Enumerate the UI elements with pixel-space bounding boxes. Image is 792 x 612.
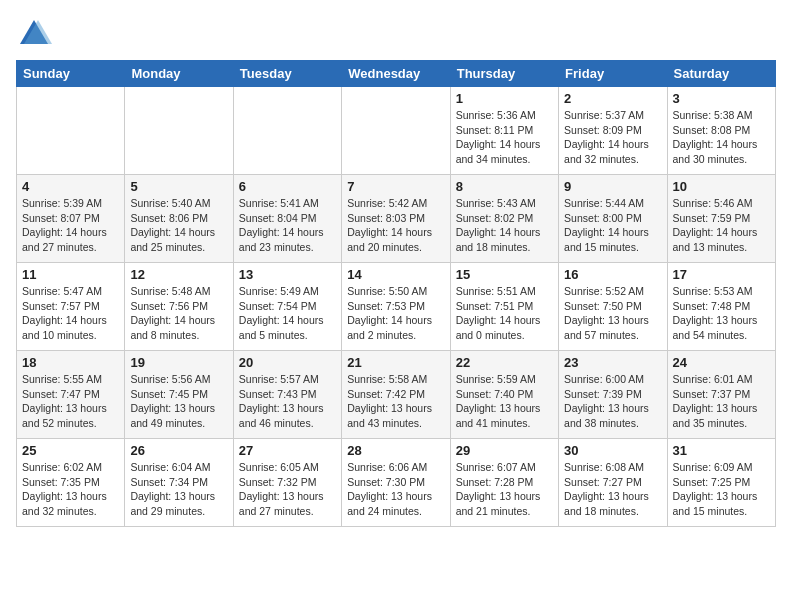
calendar-day-cell: 8Sunrise: 5:43 AM Sunset: 8:02 PM Daylig…: [450, 175, 558, 263]
day-info: Sunrise: 6:08 AM Sunset: 7:27 PM Dayligh…: [564, 460, 661, 519]
day-number: 7: [347, 179, 444, 194]
day-info: Sunrise: 6:01 AM Sunset: 7:37 PM Dayligh…: [673, 372, 770, 431]
day-number: 6: [239, 179, 336, 194]
calendar-day-cell: 15Sunrise: 5:51 AM Sunset: 7:51 PM Dayli…: [450, 263, 558, 351]
day-info: Sunrise: 5:55 AM Sunset: 7:47 PM Dayligh…: [22, 372, 119, 431]
day-info: Sunrise: 5:51 AM Sunset: 7:51 PM Dayligh…: [456, 284, 553, 343]
day-number: 17: [673, 267, 770, 282]
day-info: Sunrise: 5:40 AM Sunset: 8:06 PM Dayligh…: [130, 196, 227, 255]
calendar-day-cell: 30Sunrise: 6:08 AM Sunset: 7:27 PM Dayli…: [559, 439, 667, 527]
day-number: 22: [456, 355, 553, 370]
calendar-day-cell: 24Sunrise: 6:01 AM Sunset: 7:37 PM Dayli…: [667, 351, 775, 439]
weekday-header-monday: Monday: [125, 61, 233, 87]
day-number: 9: [564, 179, 661, 194]
day-info: Sunrise: 5:36 AM Sunset: 8:11 PM Dayligh…: [456, 108, 553, 167]
calendar-week-row: 4Sunrise: 5:39 AM Sunset: 8:07 PM Daylig…: [17, 175, 776, 263]
day-number: 28: [347, 443, 444, 458]
day-number: 31: [673, 443, 770, 458]
day-number: 27: [239, 443, 336, 458]
calendar-day-cell: 26Sunrise: 6:04 AM Sunset: 7:34 PM Dayli…: [125, 439, 233, 527]
calendar-day-cell: 29Sunrise: 6:07 AM Sunset: 7:28 PM Dayli…: [450, 439, 558, 527]
day-number: 12: [130, 267, 227, 282]
day-info: Sunrise: 5:50 AM Sunset: 7:53 PM Dayligh…: [347, 284, 444, 343]
day-info: Sunrise: 5:52 AM Sunset: 7:50 PM Dayligh…: [564, 284, 661, 343]
calendar-day-cell: 1Sunrise: 5:36 AM Sunset: 8:11 PM Daylig…: [450, 87, 558, 175]
calendar-day-cell: 18Sunrise: 5:55 AM Sunset: 7:47 PM Dayli…: [17, 351, 125, 439]
calendar-day-cell: [342, 87, 450, 175]
day-number: 18: [22, 355, 119, 370]
day-info: Sunrise: 5:43 AM Sunset: 8:02 PM Dayligh…: [456, 196, 553, 255]
calendar-day-cell: 2Sunrise: 5:37 AM Sunset: 8:09 PM Daylig…: [559, 87, 667, 175]
calendar-day-cell: [17, 87, 125, 175]
calendar-week-row: 18Sunrise: 5:55 AM Sunset: 7:47 PM Dayli…: [17, 351, 776, 439]
day-number: 14: [347, 267, 444, 282]
calendar-week-row: 25Sunrise: 6:02 AM Sunset: 7:35 PM Dayli…: [17, 439, 776, 527]
day-number: 29: [456, 443, 553, 458]
day-number: 3: [673, 91, 770, 106]
calendar-day-cell: 27Sunrise: 6:05 AM Sunset: 7:32 PM Dayli…: [233, 439, 341, 527]
day-number: 13: [239, 267, 336, 282]
day-number: 10: [673, 179, 770, 194]
day-number: 16: [564, 267, 661, 282]
logo-icon: [16, 16, 52, 52]
day-info: Sunrise: 5:37 AM Sunset: 8:09 PM Dayligh…: [564, 108, 661, 167]
day-number: 19: [130, 355, 227, 370]
calendar-day-cell: 12Sunrise: 5:48 AM Sunset: 7:56 PM Dayli…: [125, 263, 233, 351]
day-info: Sunrise: 5:57 AM Sunset: 7:43 PM Dayligh…: [239, 372, 336, 431]
calendar-week-row: 11Sunrise: 5:47 AM Sunset: 7:57 PM Dayli…: [17, 263, 776, 351]
day-info: Sunrise: 6:04 AM Sunset: 7:34 PM Dayligh…: [130, 460, 227, 519]
calendar-day-cell: 22Sunrise: 5:59 AM Sunset: 7:40 PM Dayli…: [450, 351, 558, 439]
day-info: Sunrise: 5:48 AM Sunset: 7:56 PM Dayligh…: [130, 284, 227, 343]
calendar-day-cell: 10Sunrise: 5:46 AM Sunset: 7:59 PM Dayli…: [667, 175, 775, 263]
calendar-day-cell: 28Sunrise: 6:06 AM Sunset: 7:30 PM Dayli…: [342, 439, 450, 527]
day-number: 4: [22, 179, 119, 194]
calendar-day-cell: 25Sunrise: 6:02 AM Sunset: 7:35 PM Dayli…: [17, 439, 125, 527]
calendar-day-cell: 23Sunrise: 6:00 AM Sunset: 7:39 PM Dayli…: [559, 351, 667, 439]
day-info: Sunrise: 6:02 AM Sunset: 7:35 PM Dayligh…: [22, 460, 119, 519]
weekday-header-thursday: Thursday: [450, 61, 558, 87]
day-number: 26: [130, 443, 227, 458]
day-number: 5: [130, 179, 227, 194]
day-info: Sunrise: 5:41 AM Sunset: 8:04 PM Dayligh…: [239, 196, 336, 255]
day-info: Sunrise: 5:56 AM Sunset: 7:45 PM Dayligh…: [130, 372, 227, 431]
day-info: Sunrise: 5:46 AM Sunset: 7:59 PM Dayligh…: [673, 196, 770, 255]
day-info: Sunrise: 6:00 AM Sunset: 7:39 PM Dayligh…: [564, 372, 661, 431]
day-info: Sunrise: 5:44 AM Sunset: 8:00 PM Dayligh…: [564, 196, 661, 255]
day-info: Sunrise: 5:42 AM Sunset: 8:03 PM Dayligh…: [347, 196, 444, 255]
calendar-day-cell: 17Sunrise: 5:53 AM Sunset: 7:48 PM Dayli…: [667, 263, 775, 351]
weekday-header-saturday: Saturday: [667, 61, 775, 87]
calendar-day-cell: 4Sunrise: 5:39 AM Sunset: 8:07 PM Daylig…: [17, 175, 125, 263]
calendar-day-cell: 13Sunrise: 5:49 AM Sunset: 7:54 PM Dayli…: [233, 263, 341, 351]
calendar-day-cell: [233, 87, 341, 175]
calendar-day-cell: 5Sunrise: 5:40 AM Sunset: 8:06 PM Daylig…: [125, 175, 233, 263]
day-number: 1: [456, 91, 553, 106]
calendar-day-cell: 11Sunrise: 5:47 AM Sunset: 7:57 PM Dayli…: [17, 263, 125, 351]
calendar-day-cell: 16Sunrise: 5:52 AM Sunset: 7:50 PM Dayli…: [559, 263, 667, 351]
day-info: Sunrise: 5:39 AM Sunset: 8:07 PM Dayligh…: [22, 196, 119, 255]
calendar-day-cell: 19Sunrise: 5:56 AM Sunset: 7:45 PM Dayli…: [125, 351, 233, 439]
day-number: 25: [22, 443, 119, 458]
calendar-day-cell: 21Sunrise: 5:58 AM Sunset: 7:42 PM Dayli…: [342, 351, 450, 439]
weekday-header-wednesday: Wednesday: [342, 61, 450, 87]
day-info: Sunrise: 5:49 AM Sunset: 7:54 PM Dayligh…: [239, 284, 336, 343]
day-number: 30: [564, 443, 661, 458]
day-number: 20: [239, 355, 336, 370]
weekday-header-friday: Friday: [559, 61, 667, 87]
weekday-header-tuesday: Tuesday: [233, 61, 341, 87]
day-info: Sunrise: 5:38 AM Sunset: 8:08 PM Dayligh…: [673, 108, 770, 167]
weekday-header-sunday: Sunday: [17, 61, 125, 87]
page-header: [16, 16, 776, 52]
day-info: Sunrise: 6:05 AM Sunset: 7:32 PM Dayligh…: [239, 460, 336, 519]
calendar-day-cell: 31Sunrise: 6:09 AM Sunset: 7:25 PM Dayli…: [667, 439, 775, 527]
calendar-day-cell: 6Sunrise: 5:41 AM Sunset: 8:04 PM Daylig…: [233, 175, 341, 263]
day-number: 23: [564, 355, 661, 370]
day-info: Sunrise: 6:06 AM Sunset: 7:30 PM Dayligh…: [347, 460, 444, 519]
day-number: 15: [456, 267, 553, 282]
day-number: 8: [456, 179, 553, 194]
day-number: 2: [564, 91, 661, 106]
calendar-day-cell: 7Sunrise: 5:42 AM Sunset: 8:03 PM Daylig…: [342, 175, 450, 263]
day-number: 11: [22, 267, 119, 282]
calendar-week-row: 1Sunrise: 5:36 AM Sunset: 8:11 PM Daylig…: [17, 87, 776, 175]
day-number: 24: [673, 355, 770, 370]
calendar-day-cell: [125, 87, 233, 175]
